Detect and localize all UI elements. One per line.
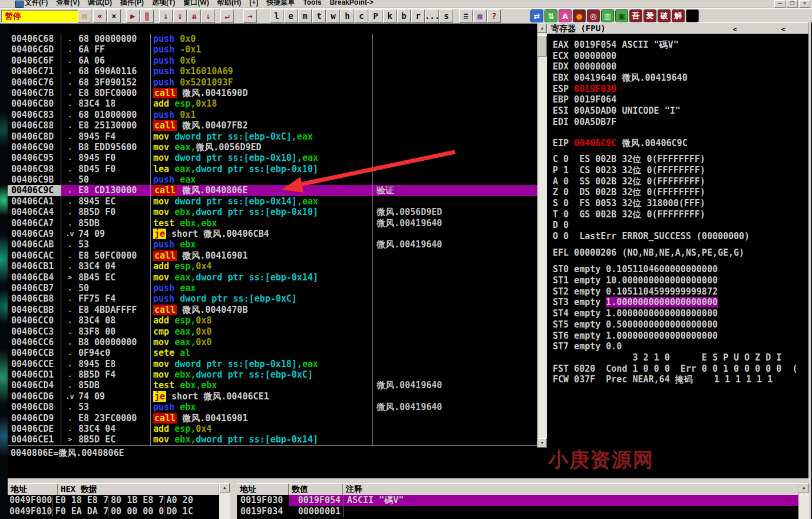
menu-item-2[interactable]: 调试(D) bbox=[88, 0, 112, 8]
stack-row[interactable]: 0019F0300019F054ASCII "碼V" bbox=[237, 495, 798, 506]
plugin-target-button[interactable]: ◎ bbox=[587, 9, 600, 22]
register-line[interactable]: ESP 0019F030 bbox=[547, 84, 808, 95]
menu-item-9[interactable]: Tools bbox=[303, 0, 321, 6]
hex-dump-pane[interactable]: 地址 HEX 数据 0049F000E0 18 E8 7480 1B E8 74… bbox=[8, 483, 219, 519]
toolbar-window-log-button[interactable]: l bbox=[270, 9, 283, 23]
toolbar-restart-button[interactable]: « bbox=[93, 9, 107, 23]
disasm-row[interactable]: 00406CC6.B8 00000000mov eax,0x0 bbox=[8, 337, 537, 348]
disasm-row[interactable]: 00406CC0.83C4 08add esp,0x8 bbox=[8, 315, 537, 326]
dump-scrollbar[interactable]: ▲ bbox=[219, 483, 230, 519]
plugin-black-button[interactable]: ■ bbox=[686, 9, 699, 22]
register-line[interactable]: ST6 empty 1.0000000000000000000 bbox=[547, 330, 808, 342]
stack-row[interactable]: 0019F03400000001 bbox=[237, 506, 798, 517]
toolbar-window-executables-button[interactable]: e bbox=[284, 9, 298, 23]
register-line[interactable]: ST7 empty 0.0 bbox=[547, 341, 808, 352]
disasm-row[interactable]: 00406C71.68 690A0116push 0x16010A69 bbox=[8, 66, 537, 77]
menu-item-3[interactable]: 插件(P) bbox=[120, 0, 144, 8]
disasm-row[interactable]: 00406CA1.8945 ECmov dword ptr ss:[ebp-0x… bbox=[8, 196, 537, 207]
scroll-up-button[interactable]: ▲ bbox=[537, 24, 547, 33]
collapse-icon[interactable]: < bbox=[732, 24, 737, 35]
scroll-up-button[interactable]: ▲ bbox=[798, 483, 809, 492]
toolbar-window-patches-button[interactable]: P bbox=[369, 9, 382, 23]
toolbar-execute-till-return-button[interactable]: ↵ bbox=[220, 9, 234, 23]
minimize-button[interactable]: — bbox=[774, 0, 785, 8]
disasm-row[interactable]: 00406CAB.53push ebx微风.00419640 bbox=[8, 239, 537, 250]
disasm-row[interactable]: 00406C68.68 00000000push 0x0 bbox=[8, 34, 537, 44]
plugin-ai-button[interactable]: 爱 bbox=[643, 9, 656, 22]
register-line[interactable]: ST5 empty 0.5000000000000000000 bbox=[547, 319, 808, 330]
dump-row[interactable]: 0049F000E0 18 E8 7480 1B E8 74A0 20 bbox=[8, 495, 219, 506]
register-line[interactable]: EFL 00000206 (NO,NB,NE,A,NS,PE,GE,G) bbox=[547, 247, 808, 259]
toolbar-window-references-button[interactable]: r bbox=[411, 9, 425, 23]
plugin-up-down-button[interactable]: ⇅ bbox=[544, 9, 557, 22]
scroll-thumb[interactable] bbox=[537, 35, 547, 57]
plugin-po-button[interactable]: 破 bbox=[658, 9, 671, 22]
toolbar-windows-list-button[interactable]: ▦ bbox=[473, 9, 487, 23]
disasm-row[interactable]: 00406C6D.6A FFpush -0x1 bbox=[8, 44, 537, 55]
disasm-row[interactable]: 00406CA4.8B5D F0mov ebx,dword ptr ss:[eb… bbox=[8, 207, 537, 217]
disasm-row[interactable]: 00406CC3.83F8 00cmp eax,0x0 bbox=[8, 326, 537, 337]
disasm-row[interactable]: 00406CCB.0F94c0sete al bbox=[8, 348, 537, 358]
registers-pane[interactable]: EAX 0019F054 ASCII "碼V"ECX 00000000EDX 0… bbox=[547, 34, 808, 476]
stack-scrollbar[interactable]: ▲ bbox=[798, 483, 809, 519]
register-line[interactable]: S 0 FS 0053 32位 318000(FFF) bbox=[547, 198, 808, 209]
register-line[interactable]: FCW 037F Prec NEAR,64 掩码 1 1 1 1 1 1 bbox=[547, 374, 808, 385]
toolbar-window-cpu-button[interactable]: c bbox=[355, 9, 368, 23]
menu-item-4[interactable]: 选项(T) bbox=[152, 0, 175, 8]
menu-item-6[interactable]: 帮助(H) bbox=[217, 0, 242, 8]
disassembly-pane[interactable]: 00406C68.68 00000000push 0x000406C6D.6A … bbox=[8, 24, 537, 445]
register-line[interactable]: P 1 CS 0023 32位 0(FFFFFFFF) bbox=[547, 165, 808, 176]
toolbar-close-process-button[interactable]: × bbox=[107, 9, 121, 23]
register-line[interactable]: ESI 00A5DAD0 UNICODE "I" bbox=[547, 105, 808, 117]
toolbar-pause-button[interactable]: ‖ bbox=[140, 9, 154, 23]
menu-item-10[interactable]: BreakPoint-> bbox=[329, 0, 373, 6]
register-line[interactable]: A 0 SS 002B 32位 0(FFFFFFFF) bbox=[547, 176, 808, 187]
plugin-fireball-button[interactable]: ● bbox=[573, 9, 586, 22]
register-line[interactable]: EAX 0019F054 ASCII "碼V" bbox=[547, 39, 808, 51]
toolbar-window-more-button[interactable]: ... bbox=[425, 9, 439, 23]
plugin-bars-button[interactable]: ▥ bbox=[601, 9, 614, 22]
disasm-row[interactable]: 00406CAC.E8 50FC0000call 微风.00416901 bbox=[8, 250, 537, 261]
disasm-row[interactable]: 00406C9C.E8 CD130000call 微风.0040806E验证 bbox=[8, 185, 537, 196]
disasm-row[interactable]: 00406CE1>8B5D ECmov ebx,dword ptr ss:[eb… bbox=[8, 434, 537, 445]
plugin-swap-arrows-button[interactable]: ⇄ bbox=[530, 9, 543, 22]
toolbar-window-source-button[interactable]: s bbox=[440, 9, 453, 23]
collapse-icon[interactable]: < bbox=[781, 24, 785, 35]
disasm-row[interactable]: 00406C98.8D45 F0lea eax,dword ptr ss:[eb… bbox=[8, 164, 537, 174]
register-line[interactable]: Z 0 DS 002B 32位 0(FFFFFFFF) bbox=[547, 187, 808, 198]
stack-pane[interactable]: 地址 数值 注释 0019F0300019F054ASCII "碼V"0019F… bbox=[237, 483, 798, 519]
toolbar-window-callstack-button[interactable]: k bbox=[383, 9, 397, 23]
plugin-wu-button[interactable]: 吾 bbox=[629, 9, 642, 22]
register-line[interactable]: ST1 empty 10.000000000000000000 bbox=[547, 275, 808, 286]
register-line[interactable]: ECX 00000000 bbox=[547, 51, 808, 62]
register-line[interactable]: EIP 00406C9C 微风.00406C9C bbox=[547, 138, 808, 149]
register-line[interactable]: O 0 LastErr ERROR_SUCCESS (00000000) bbox=[547, 231, 808, 242]
dump-row[interactable]: 0049F010F0 EA DA 7600 00 00 00D0 1C bbox=[8, 506, 219, 517]
toolbar-window-handles-button[interactable]: h bbox=[341, 9, 354, 23]
disasm-row[interactable]: 00406CA7.85DBtest ebx,ebx微风.00419640 bbox=[8, 218, 537, 229]
plugin-jie-button[interactable]: 解 bbox=[672, 9, 685, 22]
toolbar-animate-into-button[interactable]: ⇊ bbox=[187, 9, 201, 23]
disasm-row[interactable]: 00406C90.B8 EDD95600mov eax,微风.0056D9ED bbox=[8, 142, 537, 153]
register-line[interactable]: EBP 0019F064 bbox=[547, 94, 808, 105]
menu-item-1[interactable]: 查看(V) bbox=[56, 0, 80, 8]
toolbar-run-button[interactable]: ▶ bbox=[126, 9, 140, 23]
menu-item-7[interactable]: [+] bbox=[249, 0, 258, 6]
disasm-row[interactable]: 00406CCE.8945 E8mov dword ptr ss:[ebp-0x… bbox=[8, 359, 537, 369]
disasm-row[interactable]: 00406C80.83C4 18add esp,0x18 bbox=[8, 98, 537, 109]
menu-item-0[interactable]: 文件(F) bbox=[25, 0, 48, 8]
disasm-row[interactable]: 00406C95.8945 F0mov dword ptr ss:[ebp-0x… bbox=[8, 153, 537, 163]
disasm-row[interactable]: 00406CD8.53push ebx微风.00419640 bbox=[8, 402, 537, 412]
scroll-down-button[interactable]: ▼ bbox=[537, 438, 547, 448]
disasm-row[interactable]: 00406C8D.8945 F4mov dword ptr ss:[ebp-0x… bbox=[8, 131, 537, 142]
restore-button[interactable]: ❐ bbox=[787, 0, 798, 8]
plugin-screen-button[interactable]: ▣ bbox=[615, 9, 628, 22]
toolbar-help-button[interactable]: ? bbox=[487, 9, 501, 23]
register-line[interactable]: EDX 00000000 bbox=[547, 61, 808, 72]
register-line[interactable]: ST0 empty 0.1051104600000000000 bbox=[547, 264, 808, 275]
register-line[interactable]: ST4 empty 1.0000000000000000000 bbox=[547, 308, 808, 319]
disasm-row[interactable]: 00406CA9.v74 09je short 微风.00406CB4 bbox=[8, 229, 537, 239]
toolbar-open-file-button[interactable]: ▤ bbox=[78, 9, 91, 23]
register-line[interactable]: ST3 empty 1.0000000000000000000 bbox=[547, 297, 808, 308]
toolbar-window-windows-button[interactable]: w bbox=[326, 9, 340, 23]
